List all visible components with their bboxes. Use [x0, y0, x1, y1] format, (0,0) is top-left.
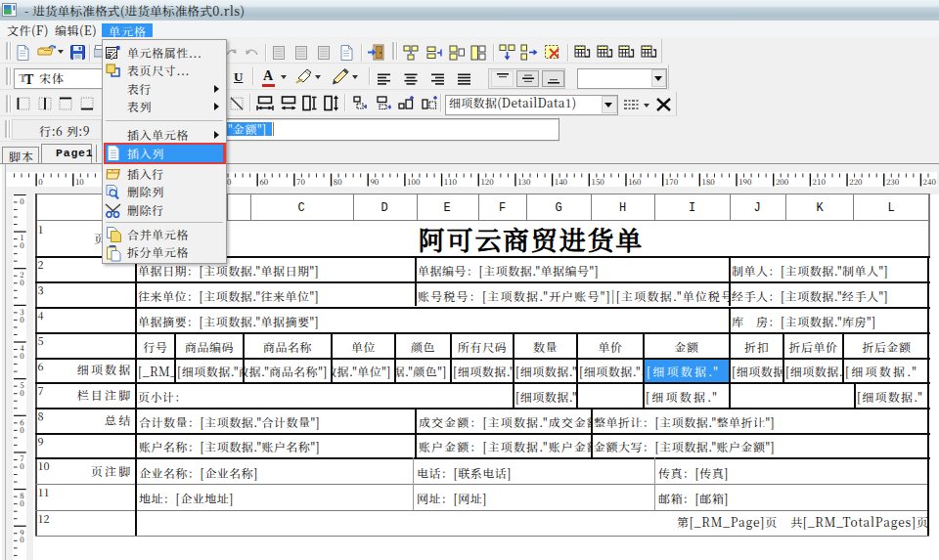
svg-text:80: 80	[334, 176, 342, 187]
svg-text:210: 210	[813, 176, 827, 187]
svg-text:0: 0	[20, 277, 24, 287]
svg-text:180: 180	[702, 176, 716, 187]
svg-text:130: 130	[517, 176, 531, 187]
svg-text:70: 70	[296, 176, 305, 187]
svg-text:110: 110	[444, 176, 458, 187]
svg-text:60: 60	[259, 176, 268, 187]
svg-text:0: 0	[20, 239, 24, 250]
svg-text:120: 120	[480, 176, 494, 187]
svg-text:100: 100	[407, 176, 421, 187]
svg-text:220: 220	[849, 176, 863, 187]
svg-text:0: 0	[20, 424, 24, 435]
svg-text:230: 230	[886, 176, 900, 187]
svg-text:240: 240	[923, 176, 937, 187]
svg-text:0: 0	[20, 387, 24, 398]
svg-text:0: 0	[20, 534, 24, 544]
svg-text:0: 0	[20, 314, 24, 324]
svg-text:0: 0	[20, 195, 24, 206]
svg-text:0: 0	[20, 497, 24, 508]
svg-text:10: 10	[75, 176, 84, 187]
svg-text:90: 90	[370, 176, 379, 187]
svg-text:0: 0	[20, 460, 24, 471]
svg-text:T: T	[24, 72, 34, 84]
svg-text:150: 150	[592, 176, 605, 187]
svg-text:0: 0	[38, 176, 43, 187]
svg-text:190: 190	[738, 176, 752, 187]
svg-text:160: 160	[628, 176, 642, 187]
svg-text:140: 140	[555, 176, 568, 187]
svg-text:200: 200	[776, 176, 789, 187]
svg-text:170: 170	[665, 176, 679, 187]
svg-text:0: 0	[20, 350, 24, 361]
